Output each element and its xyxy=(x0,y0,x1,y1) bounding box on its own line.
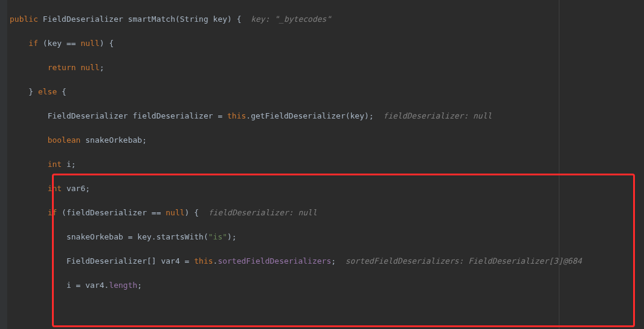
inline-hint: fieldDeserializer: null xyxy=(374,111,492,120)
code-line[interactable]: } else { xyxy=(7,86,644,98)
code-line[interactable]: boolean snakeOrkebab; xyxy=(7,134,644,146)
code-line[interactable]: int var6; xyxy=(7,183,644,195)
code-line[interactable]: FieldDeserializer fieldDeserializer = th… xyxy=(7,110,644,122)
inline-hint: sortedFieldDeserializers: FieldDeseriali… xyxy=(336,256,582,265)
inline-hint: key: "_bytecodes" xyxy=(242,15,332,24)
code-line[interactable]: snakeOrkebab = key.startsWith("is"); xyxy=(7,231,644,243)
code-editor[interactable]: public FieldDeserializer smartMatch(Stri… xyxy=(7,0,644,329)
gutter xyxy=(0,0,7,329)
code-line[interactable]: return null; xyxy=(7,62,644,74)
code-line[interactable]: i = var4.length; xyxy=(7,279,644,292)
code-line[interactable]: if (key == null) { xyxy=(7,37,644,50)
code-line[interactable]: FieldDeserializer[] var4 = this.sortedFi… xyxy=(7,255,644,267)
code-line[interactable]: public FieldDeserializer smartMatch(Stri… xyxy=(7,13,644,25)
code-line[interactable]: if (fieldDeserializer == null) { fieldDe… xyxy=(7,207,644,219)
code-line[interactable]: int i; xyxy=(7,158,644,171)
code-line[interactable] xyxy=(7,304,644,316)
inline-hint: fieldDeserializer: null xyxy=(199,208,317,217)
